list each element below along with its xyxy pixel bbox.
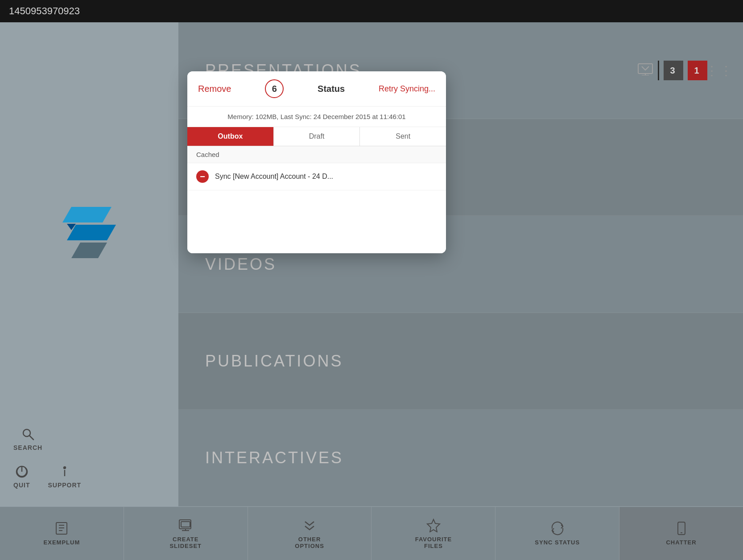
popup-header: Remove 6 Status Retry Syncing... — [187, 71, 446, 107]
popup-overlay[interactable]: Remove 6 Status Retry Syncing... Memory:… — [0, 0, 743, 560]
popup-status-title: Status — [318, 84, 345, 94]
popup-item-text: Sync [New Account] Account - 24 D... — [215, 173, 333, 181]
tab-sent[interactable]: Sent — [360, 127, 446, 146]
popup-body: Cached − Sync [New Account] Account - 24… — [187, 146, 446, 253]
popup-retry-button[interactable]: Retry Syncing... — [379, 84, 435, 94]
sync-status-popup: Remove 6 Status Retry Syncing... Memory:… — [187, 71, 446, 253]
popup-badge: 6 — [265, 79, 284, 98]
tab-draft[interactable]: Draft — [274, 127, 360, 146]
tab-outbox[interactable]: Outbox — [187, 127, 274, 146]
popup-info-text: Memory: 102MB, Last Sync: 24 December 20… — [187, 107, 446, 127]
popup-list-item[interactable]: − Sync [New Account] Account - 24 D... — [187, 163, 446, 190]
popup-tabs: Outbox Draft Sent — [187, 127, 446, 146]
popup-section-cached: Cached — [187, 146, 446, 163]
remove-item-button[interactable]: − — [196, 170, 209, 183]
popup-remove-button[interactable]: Remove — [198, 84, 231, 94]
